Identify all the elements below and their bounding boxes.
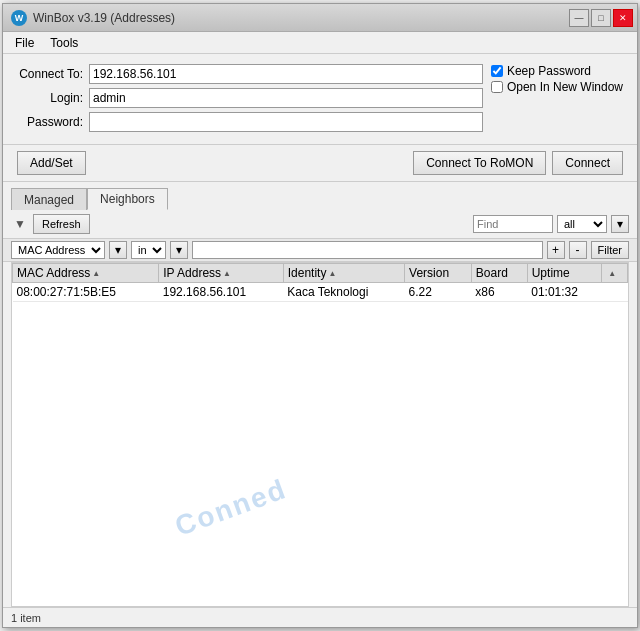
content-area: Managed Neighbors ▼ Refresh all ▾ MAC Ad…: [3, 182, 637, 627]
find-input[interactable]: [473, 215, 553, 233]
title-bar-left: W WinBox v3.19 (Addresses): [11, 10, 175, 26]
login-input[interactable]: [89, 88, 483, 108]
add-set-button[interactable]: Add/Set: [17, 151, 86, 175]
connect-to-row: Connect To:: [17, 64, 483, 84]
col-uptime[interactable]: Uptime: [527, 264, 601, 283]
refresh-button[interactable]: Refresh: [33, 214, 90, 234]
table-toolbar: ▼ Refresh all ▾: [3, 210, 637, 238]
form-right: Keep Password Open In New Window: [491, 64, 623, 94]
cell-uptime: 01:01:32: [527, 283, 601, 302]
add-filter-button[interactable]: +: [547, 241, 565, 259]
filter-apply-button[interactable]: Filter: [591, 241, 629, 259]
neighbors-table: MAC Address ▲ IP Address ▲: [12, 263, 628, 302]
col-version[interactable]: Version: [405, 264, 472, 283]
column-dropdown-icon[interactable]: ▾: [109, 241, 127, 259]
col-board[interactable]: Board: [471, 264, 527, 283]
connect-to-label: Connect To:: [17, 67, 89, 81]
col-mac[interactable]: MAC Address ▲: [13, 264, 159, 283]
table-container: Conned MAC Address ▲ IP Address: [11, 262, 629, 607]
maximize-button[interactable]: □: [591, 9, 611, 27]
menu-file[interactable]: File: [7, 34, 42, 52]
sort-arrow-mac: ▲: [92, 269, 100, 278]
tabs-section: Managed Neighbors: [3, 182, 637, 210]
operator-dropdown-icon[interactable]: ▾: [170, 241, 188, 259]
cell-version: 6.22: [405, 283, 472, 302]
connect-button[interactable]: Connect: [552, 151, 623, 175]
keep-password-row: Keep Password: [491, 64, 623, 78]
buttons-row: Add/Set Connect To RoMON Connect: [3, 145, 637, 182]
filter-row: MAC Address ▾ in ▾ + - Filter: [3, 238, 637, 262]
watermark: Conned: [171, 473, 291, 543]
open-in-new-row: Open In New Window: [491, 80, 623, 94]
title-text: WinBox v3.19 (Addresses): [33, 11, 175, 25]
password-label: Password:: [17, 115, 89, 129]
tab-managed[interactable]: Managed: [11, 188, 87, 210]
password-row: Password:: [17, 112, 483, 132]
col-identity[interactable]: Identity ▲: [283, 264, 404, 283]
menu-tools[interactable]: Tools: [42, 34, 86, 52]
filter-icon[interactable]: ▼: [11, 216, 29, 232]
form-section: Connect To: Login: Password: Keep Passwo…: [3, 54, 637, 145]
cell-extra: [602, 283, 628, 302]
operator-select[interactable]: in: [131, 241, 166, 259]
connect-to-romon-button[interactable]: Connect To RoMON: [413, 151, 546, 175]
remove-filter-button[interactable]: -: [569, 241, 587, 259]
menu-bar: File Tools: [3, 32, 637, 54]
column-select[interactable]: MAC Address: [11, 241, 105, 259]
table-header-row: MAC Address ▲ IP Address ▲: [13, 264, 628, 283]
table-row[interactable]: 08:00:27:71:5B:E5 192.168.56.101 Kaca Te…: [13, 283, 628, 302]
col-extra[interactable]: ▲: [602, 264, 628, 283]
filter-value-input[interactable]: [192, 241, 543, 259]
cell-ip: 192.168.56.101: [159, 283, 283, 302]
open-in-new-checkbox[interactable]: [491, 81, 503, 93]
close-button[interactable]: ✕: [613, 9, 633, 27]
password-input[interactable]: [89, 112, 483, 132]
keep-password-checkbox[interactable]: [491, 65, 503, 77]
keep-password-label: Keep Password: [507, 64, 591, 78]
sort-arrow-extra: ▲: [608, 269, 616, 278]
sort-arrow-identity: ▲: [328, 269, 336, 278]
cell-mac: 08:00:27:71:5B:E5: [13, 283, 159, 302]
app-icon: W: [11, 10, 27, 26]
login-row: Login:: [17, 88, 483, 108]
cell-identity: Kaca Teknologi: [283, 283, 404, 302]
minimize-button[interactable]: —: [569, 9, 589, 27]
tab-neighbors[interactable]: Neighbors: [87, 188, 168, 210]
title-buttons: — □ ✕: [569, 9, 633, 27]
status-bar: 1 item: [3, 607, 637, 627]
cell-board: x86: [471, 283, 527, 302]
dropdown-arrow-icon[interactable]: ▾: [611, 215, 629, 233]
all-select[interactable]: all: [557, 215, 607, 233]
login-label: Login:: [17, 91, 89, 105]
title-bar: W WinBox v3.19 (Addresses) — □ ✕: [3, 4, 637, 32]
sort-arrow-ip: ▲: [223, 269, 231, 278]
main-window: W WinBox v3.19 (Addresses) — □ ✕ File To…: [2, 3, 638, 628]
status-text: 1 item: [11, 612, 41, 624]
col-ip[interactable]: IP Address ▲: [159, 264, 283, 283]
tab-row: Managed Neighbors: [11, 188, 629, 210]
open-in-new-label: Open In New Window: [507, 80, 623, 94]
connect-to-input[interactable]: [89, 64, 483, 84]
